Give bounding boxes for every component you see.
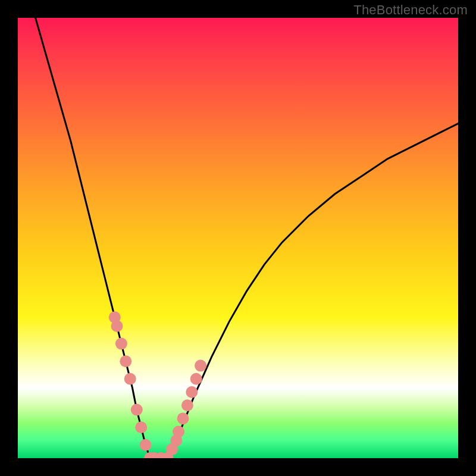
curve-left: [36, 18, 150, 458]
watermark-text: TheBottleneck.com: [353, 2, 468, 18]
marker-dot: [135, 421, 147, 433]
plot-area: [18, 18, 458, 458]
marker-dot: [195, 360, 206, 372]
marker-dot: [173, 426, 184, 438]
marker-dot: [131, 404, 143, 416]
curve-right: [168, 124, 458, 458]
marker-dot: [120, 355, 131, 367]
chart-frame: TheBottleneck.com: [0, 0, 476, 476]
marker-dot: [140, 439, 152, 451]
marker-dot: [115, 338, 127, 350]
marker-dot: [111, 320, 123, 332]
marker-dot: [190, 373, 202, 385]
curve-svg: [18, 18, 458, 458]
marker-group: [109, 311, 206, 458]
marker-dot: [186, 386, 198, 398]
marker-dot: [181, 399, 193, 411]
marker-dot: [177, 412, 189, 424]
marker-dot: [124, 373, 136, 385]
